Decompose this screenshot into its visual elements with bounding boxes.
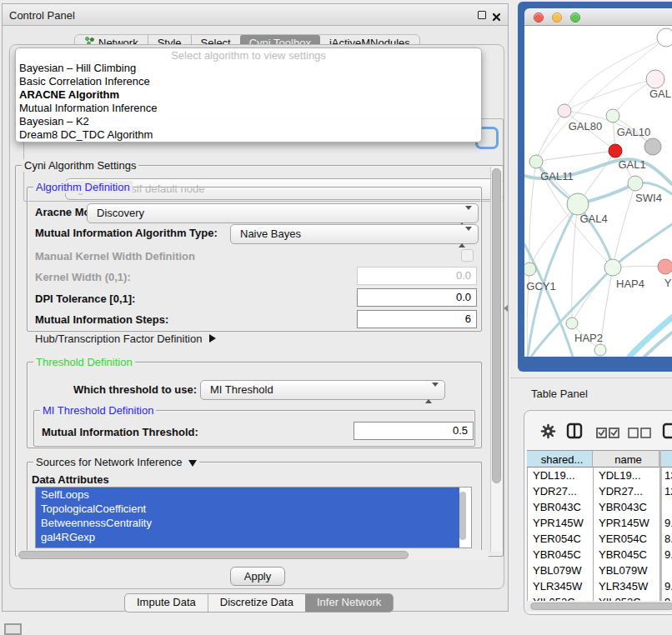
data-attributes-list[interactable]: SelfLoopsTopologicalCoefficientBetweenne… <box>35 487 472 548</box>
table-hscrollbar-thumb[interactable] <box>530 602 672 610</box>
dropdown-item-mutual-information-inference[interactable]: Mutual Information Inference <box>16 102 481 115</box>
network-canvas[interactable]: GALGAL80GAL10GAL1GAL11SWI4GAL4GCY1HAP4YH… <box>524 26 672 357</box>
network-node[interactable] <box>606 109 619 122</box>
network-edge[interactable] <box>529 204 578 269</box>
kernel-width-field[interactable]: 0.0 <box>357 267 477 285</box>
dropdown-item-bayesian-k2[interactable]: Bayesian – K2 <box>16 115 481 128</box>
node-attribute-table[interactable]: shared...nameAYDL19...YDL19...13YDR27...… <box>527 450 672 601</box>
table-row[interactable]: YBR045CYBR045C9. <box>528 547 672 562</box>
column-header-name[interactable]: name <box>593 450 659 468</box>
attribute-item-partial[interactable] <box>36 544 459 548</box>
algorithm-definition-title: Algorithm Definition <box>33 181 133 193</box>
column-header-a[interactable]: A <box>659 450 672 468</box>
settings-hscrollbar-thumb[interactable] <box>18 551 409 559</box>
list-scrollbar-thumb[interactable] <box>459 492 466 540</box>
which-threshold-label: Which threshold to use: <box>73 383 197 396</box>
mac-minimize-icon[interactable] <box>552 12 562 22</box>
dropdown-placeholder: Select algorithm to view settings <box>16 49 481 62</box>
aracne-mode-combo[interactable]: Discovery <box>87 203 479 223</box>
table-cell: YBL079W <box>594 562 660 578</box>
table-row[interactable]: YDL19...YDL19...13 <box>528 468 672 483</box>
dropdown-item-basic-correlation-inference[interactable]: Basic Correlation Inference <box>16 75 481 88</box>
network-graph: GALGAL80GAL10GAL1GAL11SWI4GAL4GCY1HAP4YH… <box>524 26 672 357</box>
network-edge[interactable] <box>613 183 635 268</box>
table-cell: YPR145W <box>528 515 594 531</box>
threshold-definition-title: Threshold Definition <box>33 356 135 368</box>
control-panel-title: Control Panel <box>9 9 75 22</box>
mi-type-combo[interactable]: Naive Bayes <box>230 224 479 244</box>
network-node[interactable] <box>594 344 606 356</box>
network-edge[interactable] <box>572 268 613 323</box>
table-cell: YPR145W <box>594 515 660 531</box>
table-settings-gear-icon[interactable] <box>540 423 556 442</box>
dropdown-item-bayesian-hill-climbing[interactable]: Bayesian – Hill Climbing <box>16 62 481 75</box>
table-cell: YBR043C <box>594 499 660 515</box>
table-checked-boxes-icon[interactable] <box>596 427 619 442</box>
table-cell: YER054C <box>528 531 594 547</box>
network-edge[interactable] <box>524 244 573 357</box>
close-window-icon[interactable] <box>492 10 501 25</box>
table-split-columns-icon[interactable] <box>566 422 583 442</box>
node-label-gal1: GAL1 <box>618 158 645 171</box>
hub-section-label: Hub/Transcription Factor Definition <box>35 332 202 345</box>
table-row[interactable]: YER054CYER054C8. <box>528 531 672 547</box>
column-header-shared[interactable]: shared... <box>527 450 593 468</box>
table-cell: YIL052C <box>594 594 660 601</box>
mi-threshold-group-title: MI Threshold Definition <box>40 404 156 417</box>
apply-button[interactable]: Apply <box>230 567 285 586</box>
network-node[interactable] <box>604 259 621 276</box>
dropdown-item-aracne-algorithm[interactable]: ARACNE Algorithm <box>16 88 481 102</box>
table-function-icon[interactable] <box>662 422 672 442</box>
which-threshold-combo[interactable]: MI Threshold <box>200 380 445 400</box>
dpi-tolerance-field[interactable]: 0.0 <box>357 288 477 307</box>
attribute-item-selfloops[interactable]: SelfLoops <box>36 488 459 502</box>
network-node[interactable] <box>609 144 622 158</box>
table-row[interactable]: YLR345WYLR345W9. <box>528 578 672 594</box>
network-node[interactable] <box>566 318 578 329</box>
manual-kernel-checkbox[interactable] <box>461 249 474 262</box>
network-node[interactable] <box>644 138 661 155</box>
bottom-tab-discretize-data[interactable]: Discretize Data <box>208 593 305 612</box>
table-unchecked-boxes-icon[interactable] <box>628 427 651 442</box>
network-edge[interactable] <box>536 111 564 162</box>
network-node[interactable] <box>658 259 672 274</box>
bottom-tab-impute-data[interactable]: Impute Data <box>125 593 208 612</box>
attribute-item-betweennesscentrality[interactable]: BetweennessCentrality <box>36 516 459 530</box>
sources-group-title[interactable]: Sources for Network Inference <box>33 456 199 468</box>
table-row[interactable]: YPR145WYPR145W9. <box>528 515 672 531</box>
attribute-item-gal4rgexp[interactable]: gal4RGexp <box>36 530 459 544</box>
network-node[interactable] <box>646 70 664 88</box>
table-cell: YIL052C <box>528 594 594 601</box>
dropdown-item-dream8-dc-tdc-algorithm[interactable]: Dream8 DC_TDC Algorithm <box>16 128 481 142</box>
network-edge[interactable] <box>564 79 655 111</box>
table-cell: YBR045C <box>594 547 660 562</box>
table-cell: YDL19... <box>594 468 660 483</box>
hub-section-toggle[interactable]: Hub/Transcription Factor Definition <box>35 332 216 345</box>
mac-zoom-icon[interactable] <box>570 12 580 22</box>
mi-type-value: Naive Bayes <box>240 228 301 240</box>
network-node[interactable] <box>558 104 571 118</box>
mac-close-icon[interactable] <box>534 12 544 22</box>
table-row[interactable]: YDR27...YDR27...12 <box>528 483 672 499</box>
mi-steps-label: Mutual Information Steps: <box>35 313 168 326</box>
panel-splitter-collapse-icon[interactable] <box>504 305 508 312</box>
table-cell: YER054C <box>594 531 660 547</box>
network-edge[interactable] <box>536 151 615 162</box>
network-node[interactable] <box>628 176 643 191</box>
mi-steps-field[interactable]: 6 <box>357 310 477 328</box>
network-node[interactable] <box>524 262 536 276</box>
mi-threshold-field[interactable]: 0.5 <box>354 422 474 440</box>
settings-vscrollbar-thumb[interactable] <box>492 168 501 483</box>
network-window-titlebar[interactable] <box>524 8 672 26</box>
network-node[interactable] <box>657 28 672 47</box>
bottom-tab-infer-network[interactable]: Infer Network <box>305 593 393 612</box>
minimized-panel-icon[interactable] <box>4 623 22 635</box>
table-panel-separator <box>510 378 672 378</box>
float-window-icon[interactable] <box>478 11 486 19</box>
attribute-item-topologicalcoefficient[interactable]: TopologicalCoefficient <box>36 502 459 516</box>
screen: Control Panel NetworkStyleSelectCyni Too… <box>0 0 672 635</box>
table-row[interactable]: YIL052CYIL052C9 <box>528 594 672 601</box>
table-row[interactable]: YBL079WYBL079W <box>528 562 672 578</box>
table-row[interactable]: YBR043CYBR043C <box>528 499 672 515</box>
network-node[interactable] <box>529 155 543 168</box>
